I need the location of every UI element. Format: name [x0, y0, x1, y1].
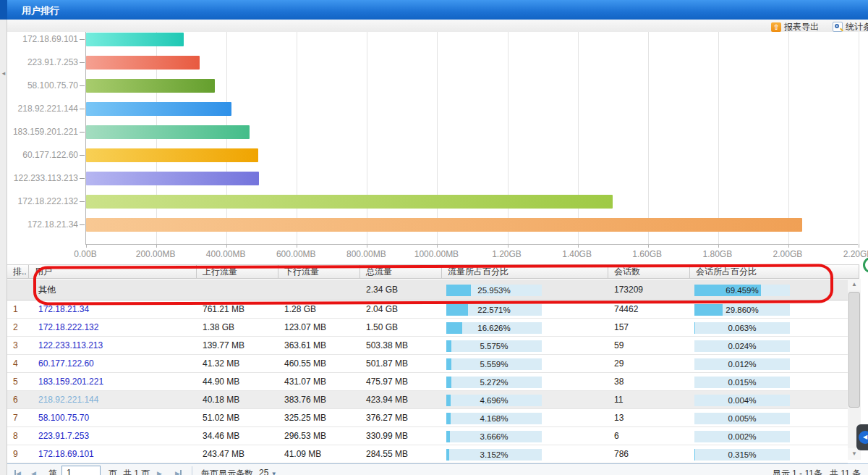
percent-bar-session_pct: 0.002% [694, 431, 790, 442]
table-row-7[interactable]: 758.100.75.7051.02 MB325.25 MB376.27 MB4… [7, 409, 848, 427]
percent-bar-traffic_pct: 4.168% [446, 413, 542, 424]
y-axis-tick [80, 132, 85, 133]
chart-bar[interactable] [86, 218, 802, 232]
collapse-arrow-icon[interactable]: ◂ [0, 70, 7, 77]
page-number-input[interactable] [61, 466, 101, 475]
column-header-rank[interactable]: 排..▲ [7, 265, 29, 279]
percent-bar-traffic_pct: 22.571% [446, 304, 542, 316]
y-axis-tick [80, 178, 85, 179]
cell-down: 431.07 MB [278, 373, 360, 390]
x-axis-tick-label: 400.00MB [193, 249, 258, 259]
column-header-user[interactable]: 用户 [29, 265, 197, 279]
column-header-session_pct[interactable]: 会话所占百分比 [690, 265, 859, 279]
column-header-sessions[interactable]: 会话数 [608, 265, 690, 279]
collapse-strip[interactable]: ◂ [0, 0, 7, 475]
cell-user: 其他 [29, 279, 197, 300]
cell-total: 503.38 MB [360, 337, 442, 354]
y-axis-tick [80, 155, 85, 156]
table-row-3[interactable]: 3122.233.113.213139.77 MB363.61 MB503.38… [7, 337, 848, 355]
chart-bar[interactable] [86, 56, 200, 70]
percent-bar-label: 0.004% [694, 395, 790, 406]
user-ip-link[interactable]: 122.233.113.213 [38, 340, 103, 350]
cell-rank: 5 [7, 373, 29, 390]
table-row-8[interactable]: 8223.91.7.25334.46 MB296.53 MB330.99 MB3… [7, 427, 848, 445]
cell-total: 501.87 MB [360, 355, 442, 372]
table-row-other[interactable]: 其他2.34 GB25.953%17320969.459% [7, 279, 848, 300]
user-ip-link[interactable]: 172.18.69.101 [38, 449, 94, 459]
cell-up: 761.21 MB [197, 300, 278, 318]
y-axis-category-label: 60.177.122.60 [7, 148, 78, 162]
table-row-1[interactable]: 1172.18.21.34761.21 MB1.28 GB2.04 GB22.5… [7, 300, 848, 319]
chart-gridline [718, 32, 719, 244]
chart-plot-area [85, 32, 858, 245]
next-page-button[interactable]: ▶ [157, 468, 162, 475]
column-header-traffic_pct[interactable]: 流量所占百分比 [442, 265, 608, 279]
column-header-up[interactable]: 上行流量 [197, 265, 278, 279]
table-row-4[interactable]: 460.177.122.6041.32 MB460.55 MB501.87 MB… [7, 355, 848, 373]
user-ip-link[interactable]: 172.18.222.132 [38, 322, 98, 332]
chart-bar[interactable] [86, 125, 250, 139]
percent-bar-traffic_pct: 5.575% [446, 340, 542, 352]
percent-bar-label: 69.459% [694, 285, 790, 296]
chart-gridline [297, 32, 297, 244]
cell-total: 2.34 GB [360, 279, 442, 300]
percent-bar-traffic_pct: 5.559% [446, 358, 542, 370]
app-window: ◂ 用户排行 ⇧ 报表导出 统计条件 0.00B200.00MB400.00MB… [0, 0, 868, 475]
user-ip-link[interactable]: 183.159.201.221 [38, 377, 103, 387]
cell-up: 44.90 MB [197, 373, 278, 390]
cell-user: 223.91.7.253 [29, 427, 197, 445]
cell-down: 325.25 MB [278, 409, 360, 426]
user-ip-link[interactable]: 218.92.221.144 [38, 395, 98, 405]
cell-rank: 8 [7, 427, 29, 445]
percent-bar-label: 0.063% [694, 322, 790, 334]
chart-bar[interactable] [86, 33, 184, 46]
cell-down: 1.28 GB [278, 300, 360, 318]
y-axis-category-label: 223.91.7.253 [7, 56, 78, 70]
chart-gridline [859, 32, 859, 244]
user-ip-link[interactable]: 223.91.7.253 [38, 431, 89, 441]
last-page-button[interactable]: ▶ [175, 468, 182, 475]
cell-down: 363.61 MB [278, 337, 360, 354]
export-report-button[interactable]: ⇧ 报表导出 [771, 21, 819, 33]
cell-up: 243.47 MB [197, 445, 278, 463]
table-row-6[interactable]: 6218.92.221.14440.18 MB383.76 MB423.94 M… [7, 391, 848, 409]
percent-bar-label: 0.015% [694, 377, 790, 388]
percent-bar-label: 4.168% [446, 413, 542, 424]
cell-rank: 1 [7, 300, 29, 318]
pagination-separator [192, 466, 192, 475]
cell-up: 51.02 MB [197, 409, 278, 426]
cell-user: 58.100.75.70 [29, 409, 197, 426]
percent-bar-traffic_pct: 3.152% [446, 449, 542, 461]
percent-bar-label: 25.953% [446, 285, 542, 296]
export-icon: ⇧ [771, 22, 781, 32]
percent-bar-label: 0.002% [694, 431, 790, 442]
x-axis-tick [437, 244, 438, 248]
chart-bar[interactable] [86, 102, 231, 116]
user-ip-link[interactable]: 172.18.21.34 [38, 304, 89, 314]
percent-bar-label: 5.272% [446, 377, 542, 388]
floating-widget[interactable]: ◀ [856, 424, 868, 450]
table-row-2[interactable]: 2172.18.222.1321.38 GB123.07 MB1.50 GB16… [7, 319, 848, 337]
table-row-9[interactable]: 9172.18.69.101243.47 MB41.09 MB284.55 MB… [7, 445, 848, 463]
prev-page-button[interactable]: ◀ [31, 468, 36, 475]
first-page-button[interactable]: ◀ [14, 468, 21, 475]
percent-bar-label: 4.696% [446, 395, 542, 406]
column-header-total[interactable]: 总流量 [360, 265, 442, 279]
chart-bar[interactable] [86, 172, 259, 185]
cell-rank: 4 [7, 355, 29, 372]
chart-bar[interactable] [86, 79, 215, 93]
chart-bar[interactable] [86, 195, 613, 209]
chart-gridline [367, 32, 367, 244]
scroll-up-icon[interactable]: ▲ [848, 279, 861, 290]
y-axis-category-label: 172.18.222.132 [7, 195, 78, 209]
chart-bar[interactable] [86, 148, 258, 162]
cell-total: 423.94 MB [360, 391, 442, 408]
per-page-select[interactable]: 25 ▼ [259, 468, 277, 475]
table-row-5[interactable]: 5183.159.201.22144.90 MB431.07 MB475.97 … [7, 373, 848, 391]
chart-gridline [437, 32, 438, 244]
scrollbar-thumb[interactable] [848, 292, 860, 408]
column-header-down[interactable]: 下行流量 [278, 265, 360, 279]
user-ip-link[interactable]: 60.177.122.60 [38, 358, 94, 369]
user-ip-link[interactable]: 58.100.75.70 [38, 413, 89, 423]
stats-condition-button[interactable]: 统计条件 [833, 21, 868, 33]
